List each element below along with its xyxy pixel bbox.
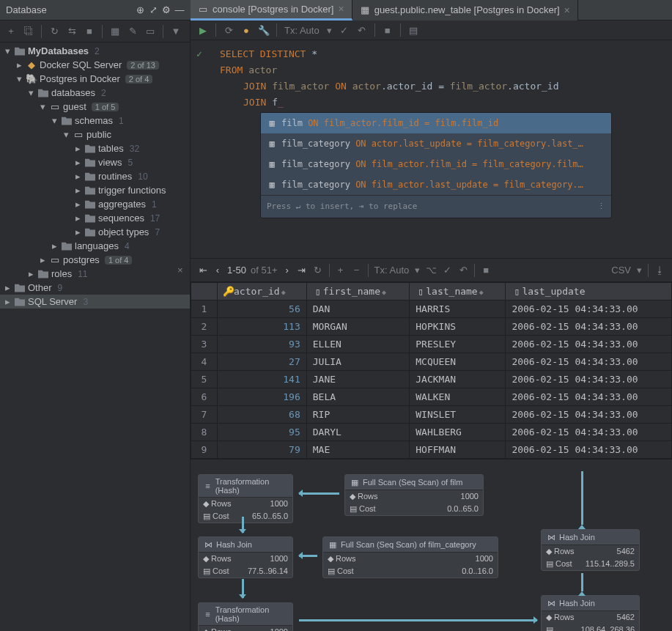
cell[interactable]: JULIA: [306, 353, 410, 371]
col-header[interactable]: ▯first_name◆: [306, 283, 410, 300]
tree-docker[interactable]: ▸◆Docker SQL Server2 of 13: [0, 58, 190, 72]
cell[interactable]: WAHLBERG: [410, 424, 506, 441]
close-icon[interactable]: ×: [177, 265, 183, 276]
plan-node[interactable]: ≡Transformation (Hash) ◆ Rows1000 ▤ Cost…: [198, 602, 293, 631]
tree-objecttypes[interactable]: ▸object types7: [0, 225, 190, 239]
cell[interactable]: BELA: [306, 388, 410, 406]
ac-item[interactable]: ▦film_category ON film_actor.film_id = f…: [261, 154, 611, 174]
cell[interactable]: MCQUEEN: [410, 353, 506, 371]
tree-tables[interactable]: ▸tables32: [0, 141, 190, 155]
wrench-icon[interactable]: 🔧: [259, 25, 269, 35]
cell[interactable]: 2006-02-15 04:34:33.00: [506, 371, 672, 388]
cell[interactable]: RIP: [306, 406, 410, 424]
commit-icon[interactable]: ✓: [339, 25, 350, 35]
minimize-icon[interactable]: —: [174, 5, 185, 15]
first-page-icon[interactable]: ⇤: [198, 265, 208, 276]
table-row[interactable]: 4 27 JULIA MCQUEEN 2006-02-15 04:34:33.0…: [191, 353, 672, 371]
col-header[interactable]: ▯last_name◆: [410, 283, 506, 300]
tree-sqlserver[interactable]: ▸SQL Server3: [0, 295, 190, 309]
cell[interactable]: 2006-02-15 04:34:33.00: [506, 336, 672, 353]
tree-schemas[interactable]: ▾schemas1: [0, 114, 190, 128]
tree-databases[interactable]: ▾databases2: [0, 86, 190, 100]
stop-icon[interactable]: ■: [383, 25, 393, 35]
export-format[interactable]: CSV: [611, 265, 631, 276]
next-page-icon[interactable]: ›: [282, 265, 292, 276]
table-row[interactable]: 9 79 MAE HOFFMAN 2006-02-15 04:34:33.00: [191, 441, 672, 459]
tree-roles[interactable]: ▸roles11: [0, 267, 190, 281]
tree-languages[interactable]: ▸languages4: [0, 239, 190, 253]
cell[interactable]: HOPKINS: [410, 318, 506, 336]
tree-other[interactable]: ▸Other9: [0, 281, 190, 295]
table-row[interactable]: 1 56 DAN HARRIS 2006-02-15 04:34:33.00: [191, 300, 672, 318]
tab-console[interactable]: ▭ console [Postgres in Docker] ×: [191, 0, 352, 21]
cell[interactable]: 95: [218, 424, 307, 441]
target-icon[interactable]: ⊕: [135, 5, 145, 15]
col-header[interactable]: ▯last_update: [506, 283, 672, 300]
prev-page-icon[interactable]: ‹: [213, 265, 223, 276]
download-icon[interactable]: ⭳: [654, 265, 665, 276]
table-row[interactable]: 7 68 RIP WINSLET 2006-02-15 04:34:33.00: [191, 406, 672, 424]
table-row[interactable]: 8 95 DARYL WAHLBERG 2006-02-15 04:34:33.…: [191, 424, 672, 441]
tree-root[interactable]: ▾MyDatabases2: [0, 44, 190, 58]
stop-icon[interactable]: ■: [481, 265, 491, 276]
cell[interactable]: 2006-02-15 04:34:33.00: [506, 424, 672, 441]
sync-icon[interactable]: ⇆: [67, 26, 77, 37]
cell[interactable]: WINSLET: [410, 406, 506, 424]
cell[interactable]: 2006-02-15 04:34:33.00: [506, 318, 672, 336]
last-page-icon[interactable]: ⇥: [297, 265, 307, 276]
tree-triggerfn[interactable]: ▸trigger functions: [0, 183, 190, 197]
ddl-icon[interactable]: ⌥: [426, 265, 436, 276]
tx-mode[interactable]: Tx: Auto: [284, 25, 320, 36]
refresh-icon[interactable]: ↻: [49, 26, 59, 37]
plan-node[interactable]: ⋈Hash Join ◆ Rows1000 ▤ Cost77.5..96.14: [198, 536, 293, 578]
more-icon[interactable]: ⋮: [597, 199, 605, 215]
execution-plan[interactable]: ≡Transformation (Hash) ◆ Rows1000 ▤ Cost…: [191, 459, 672, 631]
commit-icon[interactable]: ✓: [442, 265, 452, 276]
cell[interactable]: 56: [218, 300, 307, 318]
layout-icon[interactable]: ▤: [408, 25, 418, 35]
plan-node[interactable]: ⋈Hash Join ◆ Rows5462 ▤ Cost108.64..268.…: [541, 595, 640, 631]
close-icon[interactable]: ×: [338, 3, 344, 15]
tree-public[interactable]: ▾▭public: [0, 128, 190, 141]
cell[interactable]: 2006-02-15 04:34:33.00: [506, 441, 672, 459]
cell[interactable]: PRESLEY: [410, 336, 506, 353]
table-row[interactable]: 2 113 MORGAN HOPKINS 2006-02-15 04:34:33…: [191, 318, 672, 336]
remove-row-icon[interactable]: −: [352, 265, 362, 276]
plan-node[interactable]: ≡Transformation (Hash) ◆ Rows1000 ▤ Cost…: [198, 474, 293, 523]
plan-node[interactable]: ⋈Hash Join ◆ Rows5462 ▤ Cost115.14..289.…: [541, 529, 640, 571]
tree-sequences[interactable]: ▸sequences17: [0, 211, 190, 225]
tree-guest[interactable]: ▾▭guest1 of 5: [0, 100, 190, 114]
cell[interactable]: HARRIS: [410, 300, 506, 318]
tree-postgres-db[interactable]: ▸▭postgres1 of 4: [0, 253, 190, 267]
run-icon[interactable]: ▶: [198, 25, 208, 35]
add-icon[interactable]: +: [6, 26, 16, 37]
table-view-icon[interactable]: ▦: [110, 26, 120, 37]
cell[interactable]: HOFFMAN: [410, 441, 506, 459]
refresh-icon[interactable]: ↻: [313, 265, 323, 276]
ac-item[interactable]: ▦film_category ON actor.last_update = fi…: [261, 133, 611, 154]
tree-views[interactable]: ▸views5: [0, 155, 190, 169]
table-row[interactable]: 3 93 ELLEN PRESLEY 2006-02-15 04:34:33.0…: [191, 336, 672, 353]
plan-node[interactable]: ▦Full Scan (Seq Scan) of film ◆ Rows1000…: [344, 474, 484, 516]
tree-postgres[interactable]: ▾🐘Postgres in Docker2 of 4: [0, 72, 190, 86]
sql-editor[interactable]: ✓ SELECT DISTINCT * FROM actor JOIN film…: [191, 40, 672, 224]
cell[interactable]: JANE: [306, 371, 410, 388]
diagram-icon[interactable]: ▭: [145, 26, 155, 37]
settings-icon[interactable]: ⚙: [161, 5, 171, 15]
cell[interactable]: 79: [218, 441, 307, 459]
cell[interactable]: 68: [218, 406, 307, 424]
close-icon[interactable]: ×: [564, 4, 570, 16]
cell[interactable]: 27: [218, 353, 307, 371]
cell[interactable]: WALKEN: [410, 388, 506, 406]
tree-routines[interactable]: ▸routines10: [0, 169, 190, 183]
tab-table[interactable]: ▦ guest.public.new_table [Postgres in Do…: [352, 0, 578, 21]
explain-icon[interactable]: ●: [241, 25, 251, 35]
col-header[interactable]: 🔑actor_id◆: [218, 283, 307, 300]
cell[interactable]: 2006-02-15 04:34:33.00: [506, 353, 672, 371]
rollback-icon[interactable]: ↶: [458, 265, 468, 276]
history-icon[interactable]: ⟳: [224, 25, 234, 35]
cell[interactable]: MORGAN: [306, 318, 410, 336]
ac-item[interactable]: ▦film_category ON film_actor.last_update…: [261, 174, 611, 195]
cell[interactable]: 93: [218, 336, 307, 353]
cell[interactable]: ELLEN: [306, 336, 410, 353]
